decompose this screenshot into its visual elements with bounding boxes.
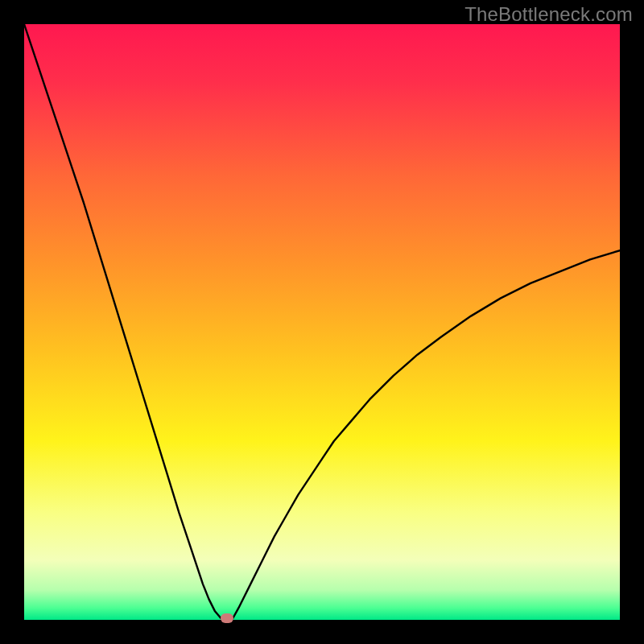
chart-outer-frame: TheBottleneck.com — [0, 0, 644, 644]
bottleneck-chart-svg — [24, 24, 620, 620]
watermark-text: TheBottleneck.com — [464, 3, 633, 26]
chart-plot-area — [24, 24, 620, 620]
gradient-background — [24, 24, 620, 620]
optimal-point-marker — [221, 613, 233, 623]
